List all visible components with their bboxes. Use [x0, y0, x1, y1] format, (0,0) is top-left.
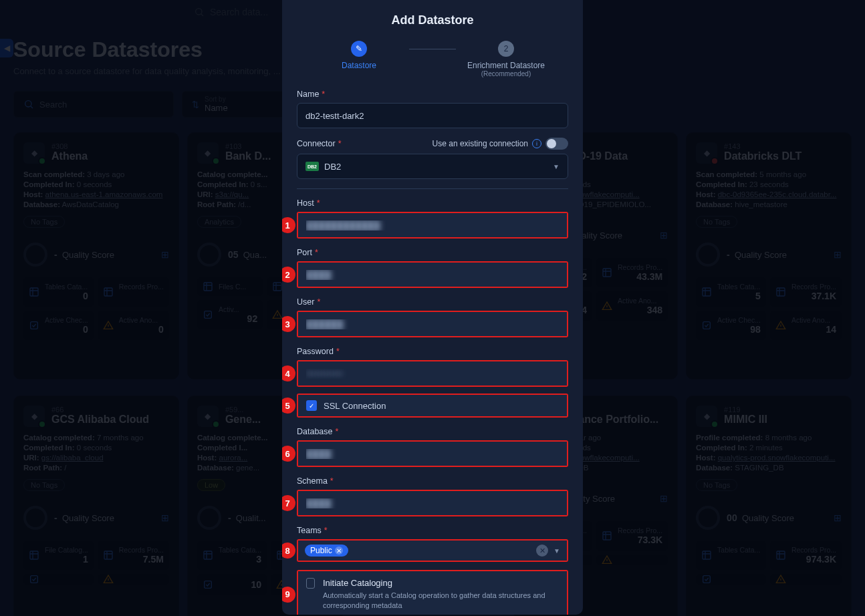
catalog-checkbox[interactable] [306, 578, 315, 589]
ssl-label: SSL Connection [324, 401, 386, 411]
db2-icon: DB2 [305, 162, 319, 171]
database-label: Database* [297, 427, 568, 436]
teams-select[interactable]: Public✕ ✕ ▼ [298, 541, 567, 561]
chevron-down-icon: ▼ [553, 547, 560, 555]
stepper: Datastore 2 Enrichment Datastore (Recomm… [282, 41, 583, 78]
name-label: Name* [297, 90, 568, 99]
host-label: Host* [297, 198, 568, 208]
password-label: Password* [297, 347, 568, 356]
initiate-cataloging-row[interactable]: Initiate Cataloging Automatically start … [298, 571, 567, 615]
database-field[interactable] [298, 442, 567, 466]
team-chip-public[interactable]: Public✕ [305, 545, 348, 557]
port-label: Port* [297, 248, 568, 257]
ssl-checkbox[interactable]: ✓ [306, 400, 317, 411]
name-field[interactable] [297, 103, 568, 128]
ssl-checkbox-row[interactable]: ✓ SSL Connection [298, 395, 567, 416]
connector-value: DB2 [324, 162, 341, 172]
clear-icon[interactable]: ✕ [536, 545, 548, 557]
password-field[interactable] [298, 361, 567, 386]
existing-connection-toggle[interactable] [545, 138, 568, 150]
user-label: User* [297, 297, 568, 307]
catalog-desc: Automatically start a Catalog operation … [323, 591, 559, 611]
chevron-down-icon: ▼ [553, 163, 560, 170]
host-field[interactable] [298, 213, 567, 237]
port-field[interactable] [298, 263, 567, 287]
chip-remove-icon[interactable]: ✕ [335, 547, 343, 555]
modal-title: Add Datastore [282, 0, 583, 41]
toggle-label: Use an existing connection [432, 139, 528, 148]
add-datastore-modal: Add Datastore Datastore 2 Enrichment Dat… [282, 0, 583, 615]
step-2-circle[interactable]: 2 [498, 41, 514, 57]
connector-label: Connector* [297, 139, 342, 148]
connector-select[interactable]: DB2 DB2 ▼ [297, 154, 568, 179]
step-1-label: Datastore [342, 61, 376, 70]
step-2-label: Enrichment Datastore [467, 61, 545, 70]
step-1-circle[interactable] [351, 41, 367, 57]
info-icon[interactable]: i [532, 139, 541, 148]
step-line [409, 49, 456, 49]
step-2-sub: (Recommended) [481, 70, 531, 78]
user-field[interactable] [298, 312, 567, 336]
catalog-title: Initiate Cataloging [323, 578, 559, 588]
teams-label: Teams* [297, 526, 568, 535]
schema-field[interactable] [298, 491, 567, 515]
schema-label: Schema* [297, 476, 568, 486]
